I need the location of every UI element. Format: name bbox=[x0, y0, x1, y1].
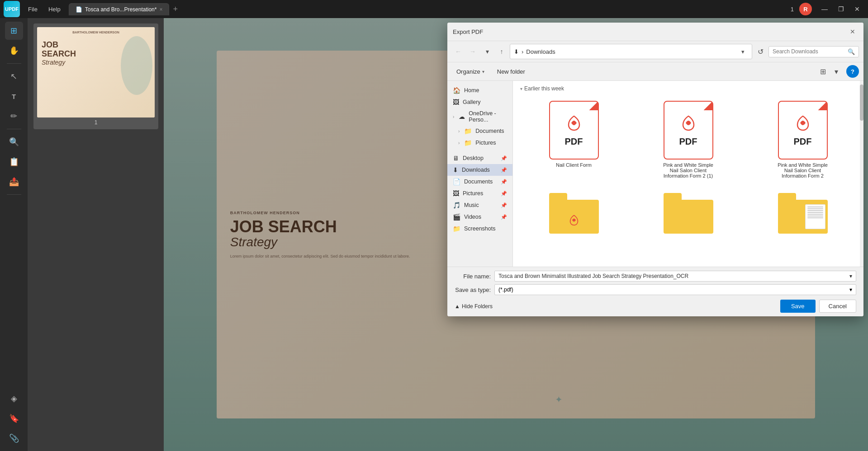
page-tool-btn[interactable]: 📋 bbox=[5, 153, 23, 171]
acrobat-icon-1 bbox=[565, 114, 583, 135]
sidebar-item-videos[interactable]: 🎬 Videos 📌 bbox=[447, 211, 512, 223]
section-earlier-label: Earlier this week bbox=[524, 85, 564, 92]
organize-btn[interactable]: Organize ▾ bbox=[452, 66, 489, 77]
save-type-row: Save as type: (*.pdf) ▾ bbox=[455, 284, 856, 295]
hide-folders-btn[interactable]: ▲ Hide Folders bbox=[455, 303, 493, 310]
screenshots-icon: 📁 bbox=[453, 225, 460, 232]
search-icon: 🔍 bbox=[848, 48, 855, 55]
menu-file[interactable]: File bbox=[24, 4, 42, 14]
videos-icon: 🎬 bbox=[453, 213, 460, 221]
sidebar-item-home[interactable]: 🏠 Home bbox=[447, 85, 512, 96]
file-name-input[interactable]: Tosca and Brown Minimalist Illustrated J… bbox=[494, 271, 856, 282]
save-type-select[interactable]: (*.pdf) ▾ bbox=[494, 284, 856, 295]
documents-sub-icon: 📁 bbox=[464, 127, 472, 135]
doc-line-2 bbox=[807, 208, 823, 209]
sidebar-item-onedrive[interactable]: › ☁ OneDrive - Perso... bbox=[447, 108, 512, 125]
file-item-2[interactable]: PDF Pink and White Simple Nail Salon Cli… bbox=[635, 97, 742, 182]
up-btn[interactable]: ↑ bbox=[495, 45, 508, 58]
forward-btn[interactable]: → bbox=[466, 45, 479, 58]
view-toggle-btn[interactable]: ⊞ bbox=[816, 65, 829, 78]
new-tab-btn[interactable]: + bbox=[169, 5, 181, 14]
expand-icon-onedrive: › bbox=[453, 114, 454, 119]
active-tab[interactable]: 📄 Tosca and Bro...Presentation* × bbox=[69, 3, 170, 15]
search-tool-btn[interactable]: 🔍 bbox=[5, 133, 23, 151]
file-item-3[interactable]: PDF Pink and White Simple Nail Salon Cli… bbox=[749, 97, 856, 182]
scrollbar-thumb[interactable] bbox=[860, 85, 863, 121]
documents-icon: 📄 bbox=[453, 178, 460, 185]
export-tool-btn[interactable]: 📤 bbox=[5, 173, 23, 191]
files-area: ▾ Earlier this week bbox=[513, 81, 863, 267]
help-btn[interactable]: ? bbox=[846, 65, 859, 78]
layers-tool-btn[interactable]: ◈ bbox=[5, 390, 23, 408]
folder-body-2 bbox=[664, 200, 713, 234]
address-bar[interactable]: ⬇ › Downloads ▾ bbox=[510, 44, 752, 59]
tool-divider-3 bbox=[7, 194, 21, 195]
search-input[interactable] bbox=[773, 48, 846, 55]
close-btn[interactable]: ✕ bbox=[850, 3, 864, 15]
downloads-icon: ⬇ bbox=[453, 166, 458, 174]
menu-help[interactable]: Help bbox=[44, 4, 65, 14]
address-dropdown-btn[interactable]: ▾ bbox=[737, 46, 748, 57]
sidebar-item-documents[interactable]: 📄 Documents 📌 bbox=[447, 176, 512, 188]
sidebar-screenshots-label: Screenshots bbox=[464, 226, 495, 232]
thumbnail-page-num: 1 bbox=[37, 119, 155, 126]
videos-pin: 📌 bbox=[501, 214, 507, 220]
sidebar-videos-label: Videos bbox=[464, 214, 481, 220]
save-button[interactable]: Save bbox=[780, 300, 816, 313]
dropdown-btn[interactable]: ▾ bbox=[481, 45, 493, 58]
sidebar-item-documents-sub[interactable]: › 📁 Documents bbox=[447, 125, 512, 137]
user-avatar[interactable]: R bbox=[799, 3, 812, 15]
save-type-value: (*.pdf) bbox=[498, 287, 513, 293]
folder-icon-3 bbox=[778, 193, 828, 234]
annotate-tool-btn[interactable]: ✏ bbox=[5, 107, 23, 125]
desktop-pin: 📌 bbox=[501, 155, 507, 161]
scrollbar-track[interactable] bbox=[860, 81, 863, 267]
sidebar-music-label: Music bbox=[464, 202, 479, 208]
dialog-titlebar: Export PDF ✕ bbox=[447, 23, 863, 41]
folder-body-1 bbox=[549, 200, 599, 234]
cancel-button[interactable]: Cancel bbox=[819, 300, 856, 313]
view-dropdown-btn[interactable]: ▾ bbox=[830, 65, 843, 78]
back-btn[interactable]: ← bbox=[452, 45, 465, 58]
tab-label: Tosca and Bro...Presentation* bbox=[85, 6, 157, 13]
section-chevron: ▾ bbox=[520, 86, 522, 91]
sidebar-item-desktop[interactable]: 🖥 Desktop 📌 bbox=[447, 152, 512, 164]
file-item-4[interactable] bbox=[520, 189, 627, 240]
doc-lines bbox=[806, 205, 825, 221]
tab-bar: 📄 Tosca and Bro...Presentation* × + bbox=[69, 3, 181, 15]
file-name-dropdown[interactable]: ▾ bbox=[849, 273, 852, 279]
file-item-5[interactable] bbox=[635, 189, 742, 240]
sidebar-item-gallery[interactable]: 🖼 Gallery bbox=[447, 96, 512, 108]
save-type-label: Save as type: bbox=[455, 287, 491, 293]
hand-tool-btn[interactable]: ✋ bbox=[5, 42, 23, 60]
file-name-label: File name: bbox=[455, 273, 491, 280]
current-folder-label: Downloads bbox=[526, 48, 555, 55]
menu-bar: File Help bbox=[24, 4, 65, 14]
dialog-action-row: ▲ Hide Folders Save Cancel bbox=[455, 300, 856, 313]
file-browser: 🏠 Home 🖼 Gallery › ☁ OneDrive - Perso... bbox=[447, 81, 863, 267]
thumbnail-1[interactable]: BARTHOLOMEW HENDERSON JOBSEARCH Strategy… bbox=[33, 23, 158, 129]
export-pdf-dialog: Export PDF ✕ ← → ▾ ↑ ⬇ › Downloads ▾ bbox=[447, 23, 863, 316]
bookmark-tool-btn[interactable]: 🔖 bbox=[5, 409, 23, 428]
file-item-6[interactable] bbox=[749, 189, 856, 240]
select-tool-btn[interactable]: ↖ bbox=[5, 67, 23, 85]
slide-author-small: BARTHOLOMEW HENDERSON bbox=[37, 31, 155, 34]
grid-tool-btn[interactable]: ⊞ bbox=[5, 22, 23, 40]
sidebar-item-pictures-sub[interactable]: › 📁 Pictures bbox=[447, 137, 512, 149]
sidebar-item-music[interactable]: 🎵 Music 📌 bbox=[447, 199, 512, 211]
attach-tool-btn[interactable]: 📎 bbox=[5, 429, 23, 447]
dialog-close-btn[interactable]: ✕ bbox=[847, 26, 858, 37]
tool-divider-1 bbox=[7, 63, 21, 64]
file-item-1[interactable]: PDF Nail Client Form bbox=[520, 97, 627, 182]
sidebar-item-downloads[interactable]: ⬇ Downloads 📌 bbox=[447, 164, 512, 176]
new-folder-btn[interactable]: New folder bbox=[493, 66, 530, 77]
text-tool-btn[interactable]: T bbox=[5, 87, 23, 105]
tab-icon: 📄 bbox=[76, 6, 82, 13]
sidebar-item-pictures[interactable]: 🖼 Pictures 📌 bbox=[447, 188, 512, 199]
sidebar-item-screenshots[interactable]: 📁 Screenshots bbox=[447, 223, 512, 235]
minimize-btn[interactable]: — bbox=[817, 3, 832, 15]
refresh-btn[interactable]: ↺ bbox=[754, 45, 767, 58]
save-type-dropdown[interactable]: ▾ bbox=[849, 287, 852, 293]
tab-close-btn[interactable]: × bbox=[159, 6, 162, 13]
restore-btn[interactable]: ❐ bbox=[834, 3, 848, 15]
